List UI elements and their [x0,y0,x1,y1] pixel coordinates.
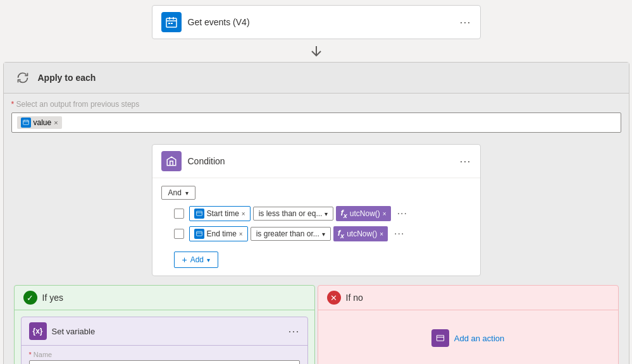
end-time-close[interactable]: × [239,231,243,238]
operator-chevron-1: ▾ [325,210,328,217]
func-close-1[interactable]: × [383,210,387,217]
add-action-label: Add an action [454,334,505,343]
condition-title: Condition [188,156,460,166]
condition-outer: Condition ··· And ▾ [11,138,621,282]
name-field-row: * Name Busy ▾ [29,351,300,364]
svg-rect-3 [168,23,170,24]
row-more-1[interactable]: ··· [397,208,407,219]
calendar-icon [161,12,182,32]
func-label-1: utcNow() [350,209,380,218]
arrow-down [309,39,324,62]
if-yes-title: If yes [42,293,63,303]
value-tag-label: value [34,118,52,127]
and-label: And [168,188,182,197]
end-time-label: End time [207,229,237,238]
row-more-2[interactable]: ··· [394,228,404,240]
calendar-svg [165,16,178,28]
if-no-panel: ✕ If no Add an action [318,285,619,364]
if-no-title: If no [346,293,363,303]
add-chevron: ▾ [207,257,210,264]
if-no-header: ✕ If no [318,286,618,310]
func-icon-2: fx [338,228,344,240]
and-badge[interactable]: And ▾ [161,186,195,200]
add-action-area: Add an action [318,310,618,364]
apply-each-title: Apply to each [38,73,96,83]
add-action-icon [431,329,449,347]
value-tag: value × [17,116,62,129]
func-label-2: utcNow() [347,229,377,238]
operator-select-1[interactable]: is less than or eq... ▾ [253,207,334,221]
condition-row-1: Start time × is less than or eq... ▾ fx … [161,206,471,221]
if-yes-panel: ✓ If yes {x} Set variable ··· [14,285,315,364]
select-output-label: * Select an output from previous steps [11,100,621,109]
add-button[interactable]: + Add ▾ [174,252,219,268]
apply-each-header: Apply to each [4,63,629,94]
get-events-title: Get events (V4) [188,17,460,27]
add-plus-icon: + [182,255,187,265]
get-events-card: Get events (V4) ··· [152,5,481,39]
value-tag-icon [21,118,31,128]
select-output-area: * Select an output from previous steps [11,97,621,138]
name-required-star: * [29,351,32,358]
svg-rect-9 [196,231,202,236]
operator-select-2[interactable]: is greater than or... ▾ [251,227,331,241]
svg-rect-6 [24,120,25,121]
condition-header: Condition ··· [152,145,480,178]
svg-rect-10 [437,336,443,341]
svg-rect-1 [169,17,170,20]
set-variable-card: {x} Set variable ··· * Name [21,317,308,364]
if-yes-check-icon: ✓ [23,291,37,305]
set-variable-header: {x} Set variable ··· [22,317,307,346]
set-variable-title: Set variable [52,327,288,336]
condition-more-button[interactable]: ··· [459,155,471,168]
page-wrapper: Get events (V4) ··· Apply to each [0,0,632,364]
output-input[interactable]: value × [11,112,621,133]
end-time-field[interactable]: End time × [189,226,248,241]
condition-icon [161,151,182,171]
start-time-close[interactable]: × [242,210,245,217]
set-variable-body: * Name Busy ▾ * [22,346,307,364]
condition-body: And ▾ [152,178,480,276]
loop-icon [14,69,32,87]
start-time-field[interactable]: Start time × [189,206,251,221]
func-tag-1[interactable]: fx utcNow() × [336,206,390,221]
operator-label-1: is less than or eq... [259,209,323,218]
bottom-split: ✓ If yes {x} Set variable ··· [11,282,621,364]
apply-each-inner: * Select an output from previous steps [4,94,629,364]
apply-each-wrapper: Apply to each * Select an output from pr… [3,62,629,364]
svg-rect-5 [23,120,28,124]
end-time-icon [194,229,204,239]
func-icon-1: fx [340,208,347,219]
get-events-more-button[interactable]: ··· [459,16,471,29]
start-time-label: Start time [207,209,239,218]
condition-row-2: End time × is greater than or... ▾ fx ut… [161,226,471,241]
row-check-2[interactable] [174,229,184,239]
svg-rect-8 [196,211,202,215]
func-close-2[interactable]: × [380,231,383,238]
select-output-text: Select an output from previous steps [16,100,140,109]
set-variable-icon: {x} [29,322,47,340]
set-variable-more-button[interactable]: ··· [288,325,299,338]
condition-card: Condition ··· And ▾ [152,144,481,276]
start-time-icon [194,209,204,219]
operator-chevron-2: ▾ [322,231,325,238]
add-action-button[interactable]: Add an action [431,329,505,347]
required-star: * [11,100,15,109]
value-tag-close[interactable]: × [54,119,58,126]
row-check-1[interactable] [174,209,184,219]
name-field-label: * Name [29,351,300,358]
name-label-text: Name [34,351,52,358]
svg-rect-4 [171,23,173,24]
func-tag-2[interactable]: fx utcNow() × [333,226,388,241]
and-chevron: ▾ [185,190,189,197]
name-field-input[interactable]: Busy ▾ [29,360,300,364]
svg-rect-7 [27,120,27,121]
top-section: Get events (V4) ··· [0,0,632,62]
operator-label-2: is greater than or... [256,229,319,238]
svg-rect-2 [173,17,174,20]
if-yes-header: ✓ If yes [15,286,314,310]
add-label: Add [190,255,204,264]
if-no-x-icon: ✕ [327,291,341,305]
